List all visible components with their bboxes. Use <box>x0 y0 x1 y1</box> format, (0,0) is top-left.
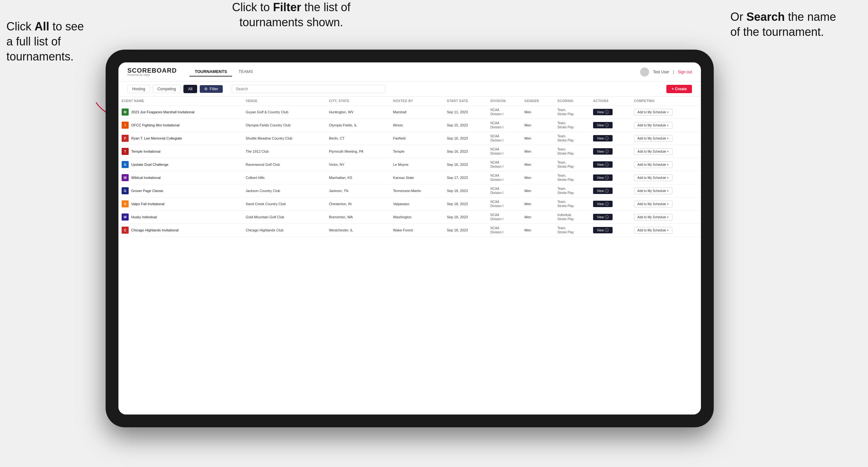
competing-cell-3: Add to My Schedule + <box>631 145 701 158</box>
add-schedule-btn-5[interactable]: Add to My Schedule + <box>634 175 673 181</box>
toolbar: Hosting Competing All ⚙ Filter + Create <box>118 82 701 97</box>
event-name-1: OFCC Fighting Illini Invitational <box>131 123 180 127</box>
info-icon-4: i <box>605 163 609 166</box>
actions-cell-7: View i <box>590 197 631 211</box>
add-schedule-btn-6[interactable]: Add to My Schedule + <box>634 188 673 194</box>
nav-tab-teams[interactable]: TEAMS <box>233 67 258 76</box>
info-icon-5: i <box>605 176 609 180</box>
logo-area: SCOREBOARD Powered by clippi <box>127 67 177 76</box>
actions-cell-1: View i <box>590 119 631 132</box>
hosted-by-cell-0: Marshall <box>390 105 443 119</box>
add-schedule-btn-9[interactable]: Add to My Schedule + <box>634 227 673 234</box>
scoring-cell-0: Team,Stroke Play <box>554 105 590 119</box>
team-logo-1: I <box>122 122 129 129</box>
event-name-cell-7: V Valpo Fall Invitational <box>118 197 243 211</box>
competing-cell-8: Add to My Schedule + <box>631 211 701 224</box>
col-division: DIVISION <box>487 97 521 105</box>
info-icon-8: i <box>605 215 609 219</box>
scoring-cell-4: Team,Stroke Play <box>554 158 590 171</box>
add-schedule-btn-3[interactable]: Add to My Schedule + <box>634 148 673 155</box>
city-state-cell-0: Huntington, WV <box>326 105 390 119</box>
col-competing: COMPETING <box>631 97 701 105</box>
competing-cell-5: Add to My Schedule + <box>631 171 701 184</box>
gender-cell-4: Men <box>521 158 554 171</box>
scoring-cell-8: Individual,Stroke Play <box>554 211 590 224</box>
division-cell-3: NCAADivision I <box>487 145 521 158</box>
view-btn-6[interactable]: View i <box>593 188 613 194</box>
add-schedule-btn-2[interactable]: Add to My Schedule + <box>634 135 673 142</box>
event-name-7: Valpo Fall Invitational <box>131 202 164 206</box>
filter-btn[interactable]: ⚙ Filter <box>200 85 223 93</box>
division-cell-6: NCAADivision I <box>487 184 521 197</box>
division-cell-9: NCAADivision I <box>487 224 521 237</box>
event-name-cell-6: G Grover Page Classic <box>118 184 243 197</box>
scoring-cell-3: Team,Stroke Play <box>554 145 590 158</box>
city-state-cell-3: Plymouth Meeting, PA <box>326 145 390 158</box>
city-state-cell-6: Jackson, TN <box>326 184 390 197</box>
event-name-cell-4: U Upstate Dual Challenge <box>118 158 243 171</box>
search-input[interactable] <box>232 85 385 93</box>
team-logo-5: W <box>122 174 129 181</box>
competing-cell-1: Add to My Schedule + <box>631 119 701 132</box>
table-row: U Upstate Dual Challenge Ravenwood Golf … <box>118 158 701 171</box>
view-btn-1[interactable]: View i <box>593 122 613 128</box>
view-btn-4[interactable]: View i <box>593 161 613 168</box>
view-btn-2[interactable]: View i <box>593 135 613 142</box>
event-name-cell-3: T Temple Invitational <box>118 145 243 158</box>
create-btn[interactable]: + Create <box>666 85 692 93</box>
view-btn-0[interactable]: View i <box>593 109 613 115</box>
view-btn-8[interactable]: View i <box>593 214 613 220</box>
scoring-cell-9: Team,Stroke Play <box>554 224 590 237</box>
add-schedule-btn-4[interactable]: Add to My Schedule + <box>634 161 673 168</box>
info-icon-7: i <box>605 202 609 206</box>
actions-cell-6: View i <box>590 184 631 197</box>
city-state-cell-2: Berlin, CT <box>326 132 390 145</box>
team-logo-6: G <box>122 187 129 194</box>
gender-cell-7: Men <box>521 197 554 211</box>
view-btn-7[interactable]: View i <box>593 201 613 207</box>
scoring-cell-2: Team,Stroke Play <box>554 132 590 145</box>
hosted-by-cell-6: Tennessee-Martin <box>390 184 443 197</box>
venue-cell-4: Ravenwood Golf Club <box>243 158 326 171</box>
add-schedule-btn-8[interactable]: Add to My Schedule + <box>634 214 673 221</box>
division-cell-1: NCAADivision I <box>487 119 521 132</box>
col-actions: ACTIONS <box>590 97 631 105</box>
gender-cell-5: Men <box>521 171 554 184</box>
scoring-cell-5: Team,Stroke Play <box>554 171 590 184</box>
all-tab-btn[interactable]: All <box>183 85 197 93</box>
table-row: I OFCC Fighting Illini Invitational Olym… <box>118 119 701 132</box>
start-date-cell-3: Sep 16, 2023 <box>443 145 487 158</box>
sign-out-link[interactable]: Sign out <box>678 70 692 74</box>
view-btn-9[interactable]: View i <box>593 227 613 234</box>
separator: | <box>673 70 674 74</box>
add-schedule-btn-7[interactable]: Add to My Schedule + <box>634 201 673 208</box>
nav-tab-tournaments[interactable]: TOURNAMENTS <box>189 67 232 76</box>
hosted-by-cell-5: Kansas State <box>390 171 443 184</box>
competing-cell-7: Add to My Schedule + <box>631 197 701 211</box>
division-cell-0: NCAADivision I <box>487 105 521 119</box>
info-icon-0: i <box>605 110 609 114</box>
gender-cell-9: Men <box>521 224 554 237</box>
competing-cell-2: Add to My Schedule + <box>631 132 701 145</box>
info-icon-2: i <box>605 136 609 140</box>
user-name: Test User <box>653 70 669 74</box>
event-name-8: Husky Individual <box>131 215 157 219</box>
filter-label: Filter <box>210 87 218 91</box>
venue-cell-2: Shuttle Meadow Country Club <box>243 132 326 145</box>
city-state-cell-8: Bremerton, WA <box>326 211 390 224</box>
gender-cell-8: Men <box>521 211 554 224</box>
add-schedule-btn-1[interactable]: Add to My Schedule + <box>634 122 673 129</box>
tablet-frame: SCOREBOARD Powered by clippi TOURNAMENTS… <box>105 50 714 427</box>
hosting-tab-btn[interactable]: Hosting <box>127 85 150 93</box>
gender-cell-0: Men <box>521 105 554 119</box>
add-schedule-btn-0[interactable]: Add to My Schedule + <box>634 109 673 116</box>
view-btn-3[interactable]: View i <box>593 148 613 155</box>
hosted-by-cell-3: Temple <box>390 145 443 158</box>
city-state-cell-5: Manhattan, KS <box>326 171 390 184</box>
gender-cell-1: Men <box>521 119 554 132</box>
event-name-5: Wildcat Invitational <box>131 176 161 180</box>
competing-cell-4: Add to My Schedule + <box>631 158 701 171</box>
competing-tab-btn[interactable]: Competing <box>153 85 181 93</box>
view-btn-5[interactable]: View i <box>593 175 613 181</box>
table-row: W Wildcat Invitational Colbert Hills Man… <box>118 171 701 184</box>
